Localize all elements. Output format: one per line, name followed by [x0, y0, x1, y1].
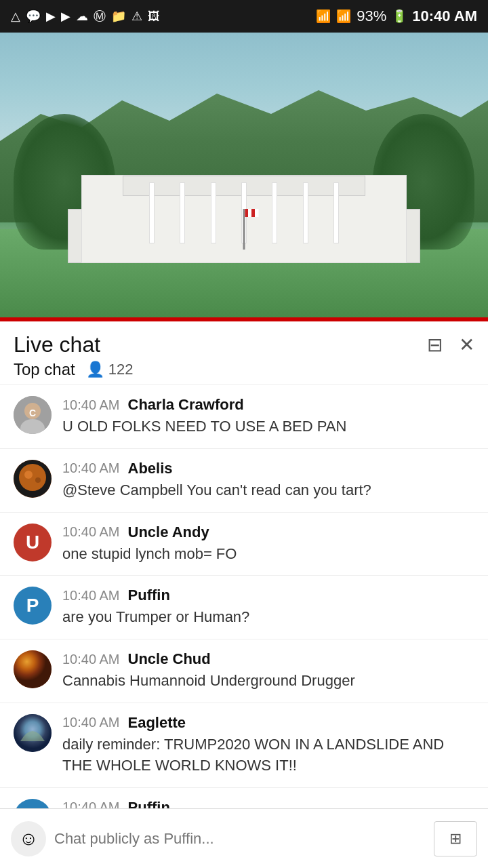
chat-message: one stupid lynch mob= FO [62, 544, 474, 565]
top-chat-label[interactable]: Top chat [14, 360, 75, 379]
chat-item: 10:40 AM Uncle Chud Cannabis Humannoid U… [0, 639, 488, 703]
emoji-button[interactable]: ☺ [11, 821, 46, 856]
folder-icon: 📁 [111, 9, 126, 24]
youtube-icon: ▶ [46, 9, 56, 24]
avatar: C [14, 396, 52, 434]
chat-content: 10:40 AM Uncle Andy one stupid lynch mob… [62, 524, 474, 565]
warning2-icon: ⚠ [131, 9, 142, 24]
white-house-building [68, 141, 420, 263]
battery-percent: 93% [357, 7, 386, 25]
chat-username: Eaglette [128, 714, 186, 732]
chat-title-row: Live chat ⊟ ✕ [14, 332, 474, 357]
message-icon: 💬 [26, 9, 41, 24]
chat-message: are you Trumper or Human? [62, 607, 474, 628]
chat-input-bar: ☺ ⊞ [0, 808, 488, 868]
status-left: △ 💬 ▶ ▶ ☁ Ⓜ 📁 ⚠ 🖼 [11, 8, 160, 24]
column [303, 182, 308, 243]
chat-item: C 10:40 AM Charla Crawford U OLD FOLKS N… [0, 385, 488, 449]
chat-sub-row: Top chat 👤 122 [14, 360, 474, 379]
chat-time: 10:40 AM [62, 588, 120, 604]
send-icon: ⊞ [449, 830, 462, 848]
play-icon: ▶ [61, 9, 70, 24]
chat-input[interactable] [54, 830, 426, 848]
chat-time: 10:40 AM [62, 524, 120, 540]
avatar [14, 460, 52, 498]
chat-content: 10:40 AM Abelis @Steve Campbell You can'… [62, 460, 474, 501]
viewer-count: 👤 122 [86, 361, 134, 378]
chat-time: 10:40 AM [62, 652, 120, 667]
chat-meta: 10:40 AM Uncle Andy [62, 524, 474, 541]
m-icon: Ⓜ [94, 8, 106, 24]
cloud-icon: ☁ [76, 9, 88, 24]
chat-content: 10:40 AM Charla Crawford U OLD FOLKS NEE… [62, 396, 474, 437]
chat-meta: 10:40 AM Eaglette [62, 714, 474, 732]
battery-icon: 🔋 [392, 9, 407, 24]
close-icon[interactable]: ✕ [459, 334, 474, 356]
avatar [14, 650, 52, 688]
column [180, 182, 185, 243]
chat-item: 10:40 AM Abelis @Steve Campbell You can'… [0, 449, 488, 513]
chat-meta: 10:40 AM Abelis [62, 460, 474, 477]
column [272, 182, 277, 243]
person-icon: 👤 [86, 361, 104, 378]
chat-time: 10:40 AM [62, 460, 120, 476]
emoji-icon: ☺ [19, 828, 39, 850]
chat-meta: 10:40 AM Charla Crawford [62, 396, 474, 414]
status-right: 📶 📶 93% 🔋 10:40 AM [316, 7, 477, 25]
wifi-icon: 📶 [316, 9, 331, 24]
chat-message: @Steve Campbell You can't read can you t… [62, 480, 474, 501]
svg-point-6 [24, 471, 33, 479]
flag-pole [243, 209, 245, 250]
avatar [14, 714, 52, 752]
chat-header: Live chat ⊟ ✕ Top chat 👤 122 [0, 321, 488, 385]
chat-content: 10:40 AM Uncle Chud Cannabis Humannoid U… [62, 650, 474, 692]
chat-item: U 10:40 AM Uncle Andy one stupid lynch m… [0, 513, 488, 576]
svg-point-7 [35, 477, 41, 483]
chat-username: Puffin [128, 587, 170, 604]
chat-time: 10:40 AM [62, 715, 120, 730]
chat-message: Cannabis Humannoid Underground Drugger [62, 671, 474, 692]
avatar: P [14, 587, 52, 625]
warning-icon: △ [11, 9, 20, 24]
chat-content: 10:40 AM Puffin are you Trumper or Human… [62, 587, 474, 628]
chat-message: daily reminder: TRUMP2020 WON IN A LANDS… [62, 734, 474, 776]
column [333, 182, 339, 243]
image-icon: 🖼 [148, 9, 160, 24]
viewer-count-number: 122 [108, 361, 134, 378]
chat-message: U OLD FOLKS NEED TO USE A BED PAN [62, 416, 474, 437]
signal-icon: 📶 [336, 9, 351, 24]
chat-title: Live chat [14, 332, 100, 357]
hero-image [0, 33, 488, 317]
column [149, 182, 155, 243]
chat-content: 10:40 AM Eaglette daily reminder: TRUMP2… [62, 714, 474, 776]
chat-username: Uncle Chud [128, 650, 211, 668]
chat-username: Uncle Andy [128, 524, 209, 541]
chat-item: 10:40 AM Eaglette daily reminder: TRUMP2… [0, 703, 488, 788]
chat-time: 10:40 AM [62, 397, 120, 413]
clock: 10:40 AM [412, 7, 477, 25]
chat-meta: 10:40 AM Puffin [62, 587, 474, 604]
chat-username: Abelis [128, 460, 173, 477]
chat-item: P 10:40 AM Puffin are you Trumper or Hum… [0, 576, 488, 639]
status-bar: △ 💬 ▶ ▶ ☁ Ⓜ 📁 ⚠ 🖼 📶 📶 93% 🔋 10:40 AM [0, 0, 488, 33]
filter-icon[interactable]: ⊟ [427, 334, 443, 356]
column [211, 182, 216, 243]
svg-point-8 [14, 650, 52, 688]
svg-text:C: C [29, 408, 36, 418]
chat-meta: 10:40 AM Uncle Chud [62, 650, 474, 668]
chat-list: C 10:40 AM Charla Crawford U OLD FOLKS N… [0, 385, 488, 868]
chat-header-icons: ⊟ ✕ [427, 334, 474, 356]
svg-point-5 [19, 464, 46, 491]
send-button[interactable]: ⊞ [434, 821, 477, 856]
chat-username: Charla Crawford [128, 396, 244, 414]
avatar: U [14, 524, 52, 561]
